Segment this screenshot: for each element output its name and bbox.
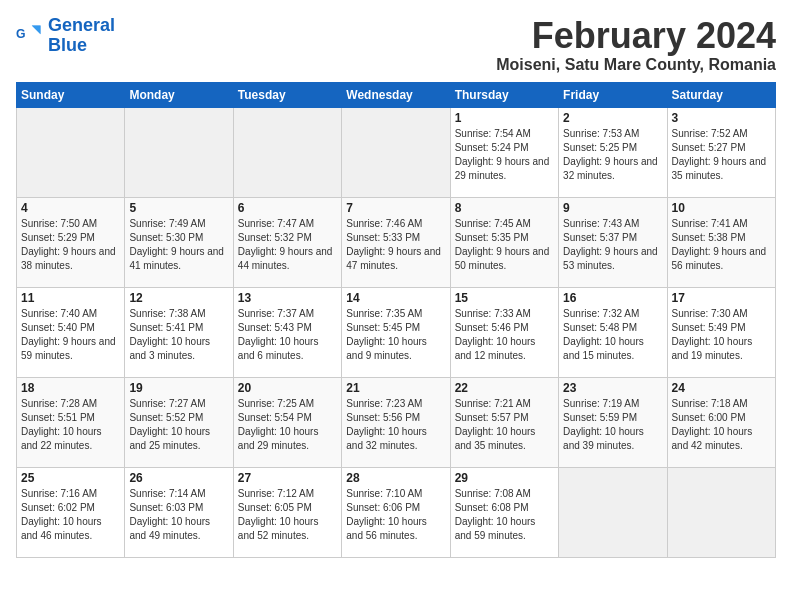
calendar-cell: 20Sunrise: 7:25 AM Sunset: 5:54 PM Dayli… [233, 377, 341, 467]
day-info: Sunrise: 7:19 AM Sunset: 5:59 PM Dayligh… [563, 397, 662, 453]
day-number: 29 [455, 471, 554, 485]
day-info: Sunrise: 7:35 AM Sunset: 5:45 PM Dayligh… [346, 307, 445, 363]
day-number: 2 [563, 111, 662, 125]
day-info: Sunrise: 7:28 AM Sunset: 5:51 PM Dayligh… [21, 397, 120, 453]
day-info: Sunrise: 7:08 AM Sunset: 6:08 PM Dayligh… [455, 487, 554, 543]
day-info: Sunrise: 7:49 AM Sunset: 5:30 PM Dayligh… [129, 217, 228, 273]
svg-text:G: G [16, 27, 26, 41]
header-monday: Monday [125, 82, 233, 107]
day-number: 16 [563, 291, 662, 305]
day-info: Sunrise: 7:46 AM Sunset: 5:33 PM Dayligh… [346, 217, 445, 273]
day-number: 17 [672, 291, 771, 305]
day-info: Sunrise: 7:53 AM Sunset: 5:25 PM Dayligh… [563, 127, 662, 183]
calendar-cell: 1Sunrise: 7:54 AM Sunset: 5:24 PM Daylig… [450, 107, 558, 197]
calendar-cell: 26Sunrise: 7:14 AM Sunset: 6:03 PM Dayli… [125, 467, 233, 557]
calendar-cell [233, 107, 341, 197]
day-info: Sunrise: 7:43 AM Sunset: 5:37 PM Dayligh… [563, 217, 662, 273]
calendar-cell: 6Sunrise: 7:47 AM Sunset: 5:32 PM Daylig… [233, 197, 341, 287]
day-info: Sunrise: 7:21 AM Sunset: 5:57 PM Dayligh… [455, 397, 554, 453]
day-number: 21 [346, 381, 445, 395]
logo-icon: G [16, 22, 44, 50]
header-saturday: Saturday [667, 82, 775, 107]
calendar-cell: 14Sunrise: 7:35 AM Sunset: 5:45 PM Dayli… [342, 287, 450, 377]
logo-line1: General [48, 15, 115, 35]
day-info: Sunrise: 7:27 AM Sunset: 5:52 PM Dayligh… [129, 397, 228, 453]
day-info: Sunrise: 7:37 AM Sunset: 5:43 PM Dayligh… [238, 307, 337, 363]
day-info: Sunrise: 7:52 AM Sunset: 5:27 PM Dayligh… [672, 127, 771, 183]
calendar-week-row: 1Sunrise: 7:54 AM Sunset: 5:24 PM Daylig… [17, 107, 776, 197]
day-number: 19 [129, 381, 228, 395]
calendar-cell: 21Sunrise: 7:23 AM Sunset: 5:56 PM Dayli… [342, 377, 450, 467]
day-info: Sunrise: 7:10 AM Sunset: 6:06 PM Dayligh… [346, 487, 445, 543]
calendar-cell: 2Sunrise: 7:53 AM Sunset: 5:25 PM Daylig… [559, 107, 667, 197]
day-number: 22 [455, 381, 554, 395]
day-info: Sunrise: 7:14 AM Sunset: 6:03 PM Dayligh… [129, 487, 228, 543]
month-title: February 2024 [496, 16, 776, 56]
calendar-week-row: 11Sunrise: 7:40 AM Sunset: 5:40 PM Dayli… [17, 287, 776, 377]
day-number: 8 [455, 201, 554, 215]
calendar-cell: 13Sunrise: 7:37 AM Sunset: 5:43 PM Dayli… [233, 287, 341, 377]
day-info: Sunrise: 7:12 AM Sunset: 6:05 PM Dayligh… [238, 487, 337, 543]
calendar-week-row: 18Sunrise: 7:28 AM Sunset: 5:51 PM Dayli… [17, 377, 776, 467]
calendar-cell: 24Sunrise: 7:18 AM Sunset: 6:00 PM Dayli… [667, 377, 775, 467]
day-info: Sunrise: 7:16 AM Sunset: 6:02 PM Dayligh… [21, 487, 120, 543]
day-number: 11 [21, 291, 120, 305]
calendar-cell: 17Sunrise: 7:30 AM Sunset: 5:49 PM Dayli… [667, 287, 775, 377]
calendar-cell: 27Sunrise: 7:12 AM Sunset: 6:05 PM Dayli… [233, 467, 341, 557]
calendar-cell [342, 107, 450, 197]
day-info: Sunrise: 7:45 AM Sunset: 5:35 PM Dayligh… [455, 217, 554, 273]
day-number: 28 [346, 471, 445, 485]
day-number: 13 [238, 291, 337, 305]
header-thursday: Thursday [450, 82, 558, 107]
day-info: Sunrise: 7:23 AM Sunset: 5:56 PM Dayligh… [346, 397, 445, 453]
svg-marker-2 [32, 25, 41, 34]
day-info: Sunrise: 7:30 AM Sunset: 5:49 PM Dayligh… [672, 307, 771, 363]
calendar-cell: 22Sunrise: 7:21 AM Sunset: 5:57 PM Dayli… [450, 377, 558, 467]
calendar-cell: 7Sunrise: 7:46 AM Sunset: 5:33 PM Daylig… [342, 197, 450, 287]
day-number: 24 [672, 381, 771, 395]
day-number: 1 [455, 111, 554, 125]
logo-line2: Blue [48, 35, 87, 55]
calendar-cell: 12Sunrise: 7:38 AM Sunset: 5:41 PM Dayli… [125, 287, 233, 377]
calendar-week-row: 25Sunrise: 7:16 AM Sunset: 6:02 PM Dayli… [17, 467, 776, 557]
calendar-header-row: Sunday Monday Tuesday Wednesday Thursday… [17, 82, 776, 107]
day-number: 18 [21, 381, 120, 395]
day-info: Sunrise: 7:50 AM Sunset: 5:29 PM Dayligh… [21, 217, 120, 273]
calendar-cell: 28Sunrise: 7:10 AM Sunset: 6:06 PM Dayli… [342, 467, 450, 557]
calendar-cell: 29Sunrise: 7:08 AM Sunset: 6:08 PM Dayli… [450, 467, 558, 557]
logo-text: General Blue [48, 16, 115, 56]
calendar-cell [559, 467, 667, 557]
day-number: 14 [346, 291, 445, 305]
day-info: Sunrise: 7:38 AM Sunset: 5:41 PM Dayligh… [129, 307, 228, 363]
day-info: Sunrise: 7:32 AM Sunset: 5:48 PM Dayligh… [563, 307, 662, 363]
day-info: Sunrise: 7:25 AM Sunset: 5:54 PM Dayligh… [238, 397, 337, 453]
calendar-cell: 4Sunrise: 7:50 AM Sunset: 5:29 PM Daylig… [17, 197, 125, 287]
day-number: 27 [238, 471, 337, 485]
day-number: 3 [672, 111, 771, 125]
logo: G General Blue [16, 16, 115, 56]
day-number: 10 [672, 201, 771, 215]
day-number: 12 [129, 291, 228, 305]
calendar-cell: 23Sunrise: 7:19 AM Sunset: 5:59 PM Dayli… [559, 377, 667, 467]
day-info: Sunrise: 7:41 AM Sunset: 5:38 PM Dayligh… [672, 217, 771, 273]
page-header: G General Blue February 2024 Moiseni, Sa… [16, 16, 776, 74]
calendar-table: Sunday Monday Tuesday Wednesday Thursday… [16, 82, 776, 558]
calendar-cell: 25Sunrise: 7:16 AM Sunset: 6:02 PM Dayli… [17, 467, 125, 557]
calendar-week-row: 4Sunrise: 7:50 AM Sunset: 5:29 PM Daylig… [17, 197, 776, 287]
calendar-cell: 15Sunrise: 7:33 AM Sunset: 5:46 PM Dayli… [450, 287, 558, 377]
day-info: Sunrise: 7:18 AM Sunset: 6:00 PM Dayligh… [672, 397, 771, 453]
day-info: Sunrise: 7:47 AM Sunset: 5:32 PM Dayligh… [238, 217, 337, 273]
day-number: 4 [21, 201, 120, 215]
day-number: 9 [563, 201, 662, 215]
calendar-cell: 16Sunrise: 7:32 AM Sunset: 5:48 PM Dayli… [559, 287, 667, 377]
calendar-cell [667, 467, 775, 557]
day-number: 15 [455, 291, 554, 305]
day-info: Sunrise: 7:40 AM Sunset: 5:40 PM Dayligh… [21, 307, 120, 363]
calendar-cell: 11Sunrise: 7:40 AM Sunset: 5:40 PM Dayli… [17, 287, 125, 377]
day-number: 26 [129, 471, 228, 485]
header-tuesday: Tuesday [233, 82, 341, 107]
day-number: 20 [238, 381, 337, 395]
day-info: Sunrise: 7:33 AM Sunset: 5:46 PM Dayligh… [455, 307, 554, 363]
calendar-cell [17, 107, 125, 197]
calendar-cell: 19Sunrise: 7:27 AM Sunset: 5:52 PM Dayli… [125, 377, 233, 467]
